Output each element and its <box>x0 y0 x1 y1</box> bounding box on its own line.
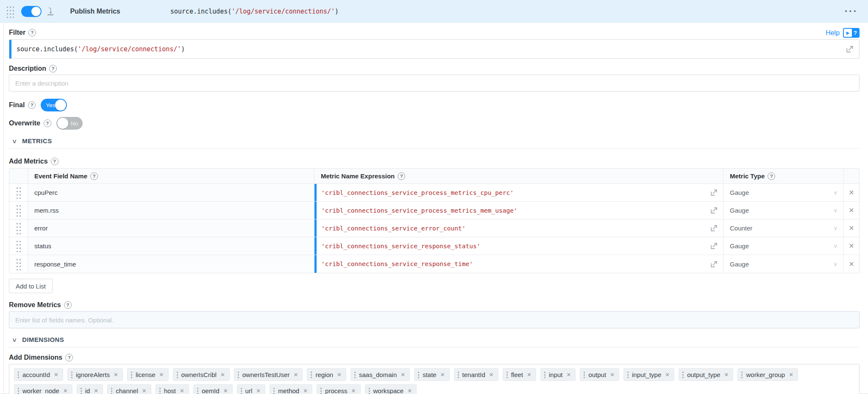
metrics-section-header[interactable]: ∨ METRICS <box>9 136 860 149</box>
drag-handle-icon[interactable] <box>682 371 684 378</box>
close-icon[interactable]: ✕ <box>489 372 494 378</box>
drag-handle-icon[interactable] <box>16 258 21 270</box>
metric-name-expression-input[interactable]: 'cribl_connections_service_response_stat… <box>314 237 723 255</box>
drag-handle-icon[interactable] <box>197 387 199 394</box>
drag-handle-icon[interactable] <box>273 387 275 394</box>
close-icon[interactable]: ✕ <box>351 388 356 394</box>
dimensions-tags[interactable]: accountId ✕ ignoreAlerts ✕ license ✕ own… <box>9 364 860 394</box>
event-field-name-input[interactable]: mem.rss <box>28 202 314 219</box>
drag-handle-icon[interactable] <box>506 371 508 378</box>
close-icon[interactable]: ✕ <box>180 388 184 394</box>
drag-handle-icon[interactable] <box>544 371 546 378</box>
close-icon[interactable]: ✕ <box>303 388 308 394</box>
close-icon[interactable]: ✕ <box>293 372 298 378</box>
drag-handle-icon[interactable] <box>240 387 242 394</box>
drag-handle-icon[interactable] <box>16 222 21 234</box>
drag-handle-icon[interactable] <box>310 371 312 378</box>
close-icon[interactable]: ✕ <box>220 372 225 378</box>
add-dimensions-help-icon[interactable]: ? <box>65 354 73 361</box>
drag-handle-icon[interactable] <box>6 6 14 18</box>
close-icon[interactable]: ✕ <box>440 372 445 378</box>
metric-name-expression-input[interactable]: 'cribl_connections_service_process_metri… <box>314 202 723 219</box>
filter-input[interactable]: source.includes('/log/service/connection… <box>9 39 860 59</box>
column-help-icon[interactable]: ? <box>90 172 98 180</box>
drag-handle-icon[interactable] <box>16 240 21 252</box>
close-icon[interactable]: ✕ <box>63 388 68 394</box>
column-help-icon[interactable]: ? <box>398 172 405 180</box>
close-icon[interactable]: ✕ <box>407 388 412 394</box>
dimensions-section-header[interactable]: ∨ DIMENSIONS <box>9 335 860 347</box>
expand-editor-icon[interactable] <box>846 45 854 53</box>
help-video-icon[interactable]: ▶ ? <box>843 28 860 38</box>
remove-metrics-input[interactable]: Enter list of fields names. Optional. <box>9 311 860 328</box>
close-icon[interactable]: ✕ <box>94 388 98 394</box>
drag-handle-icon[interactable] <box>457 371 459 378</box>
expand-editor-icon[interactable] <box>710 260 718 268</box>
close-icon[interactable]: ✕ <box>401 372 405 378</box>
close-icon[interactable]: ✕ <box>567 372 571 378</box>
overwrite-help-icon[interactable]: ? <box>44 119 51 127</box>
drag-handle-icon[interactable] <box>16 186 21 199</box>
column-help-icon[interactable]: ? <box>768 172 775 180</box>
event-field-name-input[interactable]: error <box>28 219 314 237</box>
description-help-icon[interactable]: ? <box>49 65 57 72</box>
close-icon[interactable]: ✕ <box>114 372 118 378</box>
drag-handle-icon[interactable] <box>741 371 743 378</box>
metric-type-select[interactable]: Gauge ∨ <box>723 184 844 202</box>
close-icon[interactable]: ✕ <box>223 388 228 394</box>
event-field-name-input[interactable]: cpuPerc <box>28 184 314 202</box>
drag-handle-icon[interactable] <box>583 371 585 378</box>
remove-row-button[interactable]: ✕ <box>844 219 859 237</box>
drag-handle-icon[interactable] <box>354 371 356 378</box>
drag-handle-icon[interactable] <box>237 371 239 378</box>
metric-name-expression-input[interactable]: 'cribl_connections_service_error_count' <box>314 219 723 237</box>
drag-handle-icon[interactable] <box>111 387 113 394</box>
add-to-list-button[interactable]: Add to List <box>9 279 53 293</box>
expand-editor-icon[interactable] <box>710 206 718 214</box>
metric-type-select[interactable]: Gauge ∨ <box>723 202 844 219</box>
close-icon[interactable]: ✕ <box>54 372 58 378</box>
drag-handle-icon[interactable] <box>176 371 178 378</box>
final-help-icon[interactable]: ? <box>28 101 36 109</box>
close-icon[interactable]: ✕ <box>142 388 147 394</box>
remove-row-button[interactable]: ✕ <box>844 184 859 202</box>
drag-handle-icon[interactable] <box>16 204 21 216</box>
close-icon[interactable]: ✕ <box>665 372 670 378</box>
final-toggle[interactable]: Yes <box>41 99 67 111</box>
expand-editor-icon[interactable] <box>710 242 718 250</box>
expand-editor-icon[interactable] <box>710 189 718 197</box>
add-metrics-help-icon[interactable]: ? <box>51 158 58 165</box>
close-icon[interactable]: ✕ <box>527 372 531 378</box>
event-field-name-input[interactable]: status <box>28 237 314 255</box>
drag-handle-icon[interactable] <box>417 371 420 378</box>
event-field-name-input[interactable]: response_time <box>28 255 314 273</box>
drag-handle-icon[interactable] <box>320 387 322 394</box>
metric-name-expression-input[interactable]: 'cribl_connections_service_process_metri… <box>314 184 723 202</box>
more-menu-icon[interactable]: ··· <box>845 9 858 14</box>
drag-handle-icon[interactable] <box>368 387 370 394</box>
close-icon[interactable]: ✕ <box>610 372 615 378</box>
function-enabled-toggle[interactable] <box>21 6 42 17</box>
drag-handle-icon[interactable] <box>80 387 82 394</box>
help-link[interactable]: Help ▶ ? <box>826 28 860 38</box>
drag-handle-icon[interactable] <box>17 371 19 378</box>
drag-handle-icon[interactable] <box>131 371 133 378</box>
description-input[interactable]: Enter a description <box>9 75 860 92</box>
close-icon[interactable]: ✕ <box>337 372 342 378</box>
drag-handle-icon[interactable] <box>17 387 19 394</box>
expand-editor-icon[interactable] <box>710 224 718 232</box>
drag-handle-icon[interactable] <box>71 371 73 378</box>
remove-row-button[interactable]: ✕ <box>844 237 859 255</box>
drag-handle-icon[interactable] <box>159 387 161 394</box>
drag-handle-icon[interactable] <box>627 371 629 378</box>
metric-name-expression-input[interactable]: 'cribl_connections_service_response_time… <box>314 255 723 273</box>
metric-type-select[interactable]: Gauge ∨ <box>723 237 844 255</box>
metric-type-select[interactable]: Counter ∨ <box>723 219 844 237</box>
remove-row-button[interactable]: ✕ <box>844 202 859 219</box>
close-icon[interactable]: ✕ <box>159 372 164 378</box>
close-icon[interactable]: ✕ <box>724 372 729 378</box>
remove-row-button[interactable]: ✕ <box>844 255 859 273</box>
remove-metrics-help-icon[interactable]: ? <box>64 301 72 309</box>
filter-help-icon[interactable]: ? <box>28 29 36 36</box>
metric-type-select[interactable]: Gauge ∨ <box>723 255 844 273</box>
